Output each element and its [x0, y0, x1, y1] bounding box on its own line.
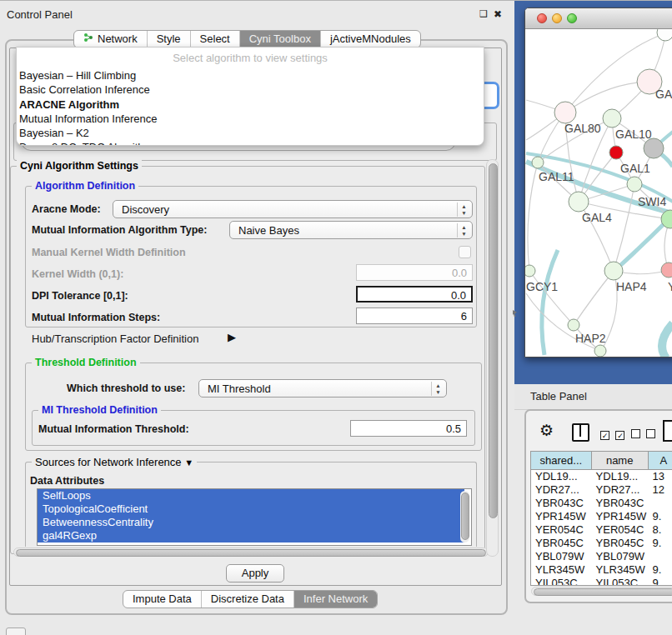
bottom-tab-impute-data[interactable]: Impute Data [123, 591, 202, 608]
expand-arrow-icon[interactable]: ▶ [228, 331, 236, 343]
spinner-arrows-icon[interactable]: ▲▼ [431, 382, 444, 396]
tab-style[interactable]: Style [148, 31, 191, 48]
float-panel-icon[interactable]: ❑ [479, 8, 488, 19]
algorithm-option[interactable]: Dream8 DC_TDC Algorithm [18, 140, 484, 146]
node-label: SWI4 [638, 195, 666, 208]
settings-h-scrollbar[interactable] [13, 548, 489, 557]
network-node-gal4[interactable] [569, 192, 589, 212]
data-attributes-list[interactable]: SelfLoopsTopologicalCoefficientBetweenne… [37, 488, 472, 546]
mi-type-combo[interactable]: Naive Bayes ▲▼ [229, 221, 473, 239]
gear-icon[interactable]: ⚙ [539, 421, 554, 440]
manual-kernel-checkbox[interactable] [459, 246, 471, 258]
attribute-table: shared...nameA YDL19...YDL19...13YDR27..… [530, 451, 672, 586]
node-label: GAL80 [564, 122, 601, 135]
mi-type-label: Mutual Information Algorithm Type: [32, 224, 207, 236]
close-traffic-light-icon[interactable] [537, 13, 547, 23]
mi-steps-field[interactable]: 6 [356, 308, 473, 324]
data-attribute-item[interactable]: BetweennessCentrality [38, 516, 464, 529]
dropdown-items: Bayesian – Hill ClimbingBasic Correlatio… [17, 68, 484, 146]
column-header-A[interactable]: A [649, 452, 672, 470]
table-row[interactable]: YER054CYER054C8. [531, 523, 672, 537]
network-node[interactable] [594, 345, 606, 357]
network-node[interactable] [644, 138, 664, 158]
network-window-titlebar[interactable] [525, 8, 672, 29]
mi-threshold-field[interactable]: 0.5 [350, 420, 467, 437]
network-view-window: GALGAL80GAL10GAL11GAL1SWI4GAL4GCY1HAP4YH… [524, 8, 672, 358]
table-row[interactable]: YPR145WYPR145W9. [531, 510, 672, 523]
network-graph[interactable]: GALGAL80GAL10GAL11GAL1SWI4GAL4GCY1HAP4YH… [525, 29, 672, 357]
network-node-gal11[interactable] [532, 157, 544, 168]
network-node[interactable] [657, 29, 672, 41]
table-row[interactable]: YLR345WYLR345W9. [531, 563, 672, 577]
algorithm-definition-title: Algorithm Definition [32, 180, 138, 192]
network-node-gcy1[interactable] [525, 265, 535, 277]
network-node[interactable] [609, 146, 623, 159]
network-node-gal10[interactable] [603, 109, 621, 128]
algorithm-option[interactable]: ARACNE Algorithm [18, 98, 484, 112]
network-node-gal80[interactable] [554, 102, 576, 123]
bottom-tabs: Impute DataDiscretize DataInfer Network [123, 590, 378, 608]
node-label: GAL [655, 88, 672, 101]
algorithm-option[interactable]: Basic Correlation Inference [18, 82, 484, 97]
which-threshold-combo[interactable]: MI Threshold ▲▼ [198, 379, 447, 398]
aracne-mode-combo[interactable]: Discovery ▲▼ [113, 200, 473, 218]
network-node-gal1[interactable] [627, 177, 642, 192]
aracne-mode-label: Aracne Mode: [32, 203, 101, 215]
unchecked-boxes-icon[interactable] [631, 427, 655, 442]
checked-boxes-icon[interactable]: ✓ ✓ [600, 427, 624, 442]
tab-cyni-toolbox[interactable]: Cyni Toolbox [240, 31, 321, 48]
kernel-width-field[interactable]: 0.0 [356, 264, 473, 281]
spinner-arrows-icon[interactable]: ▲▼ [457, 223, 470, 238]
network-node-y[interactable] [661, 262, 672, 278]
settings-v-scrollbar[interactable] [486, 159, 499, 557]
zoom-traffic-light-icon[interactable] [567, 13, 577, 23]
network-edge[interactable] [574, 271, 614, 325]
hub-section-label[interactable]: Hub/Transcription Factor Definition [32, 332, 198, 345]
table-row[interactable]: YDL19...YDL19...13 [531, 470, 672, 483]
screen: Control Panel ❑ ✖ NetworkStyleSelectCyni… [0, 0, 672, 635]
bottom-tab-infer-network[interactable]: Infer Network [294, 591, 377, 608]
network-node-hap2[interactable] [568, 319, 579, 331]
table-row[interactable]: YBL079WYBL079W [531, 550, 672, 563]
node-label: HAP2 [575, 332, 606, 345]
close-panel-icon[interactable]: ✖ [494, 8, 502, 20]
data-attribute-item[interactable]: gal4RGexp [38, 529, 464, 542]
network-edge[interactable] [529, 271, 574, 325]
table-row[interactable]: YBR043CYBR043C [531, 497, 672, 510]
bottom-left-partial-button[interactable] [6, 628, 26, 635]
network-edge[interactable] [542, 250, 558, 355]
sources-group-title[interactable]: Sources for Network Inference ▼ [32, 456, 197, 468]
algorithm-option[interactable]: Bayesian – Hill Climbing [18, 68, 484, 82]
column-header-shared...[interactable]: shared... [531, 452, 592, 470]
column-header-name[interactable]: name [592, 452, 649, 470]
apply-button[interactable]: Apply [226, 564, 284, 582]
bottom-tab-discretize-data[interactable]: Discretize Data [202, 591, 294, 608]
spinner-arrows-icon[interactable]: ▲▼ [457, 202, 470, 217]
columns-icon[interactable] [572, 423, 589, 442]
tab-jactivemnodules[interactable]: jActiveMNodules [321, 31, 420, 48]
table-row[interactable]: YDR27...YDR27...12 [531, 483, 672, 497]
tab-select[interactable]: Select [191, 31, 240, 48]
table-row[interactable]: YBR045CYBR045C9. [531, 537, 672, 550]
network-edge[interactable] [528, 162, 538, 271]
data-attribute-item[interactable]: TopologicalCoefficient [38, 502, 464, 516]
table-row[interactable]: YIL053CYIL053C9 [531, 577, 672, 586]
node-label: Y [668, 280, 672, 293]
algorithm-dropdown: Select algorithm to view settings Bayesi… [16, 47, 484, 146]
table-panel-title: Table Panel [530, 390, 587, 402]
collapse-arrow-icon[interactable]: ▼ [184, 458, 193, 468]
file-icon[interactable] [663, 420, 672, 442]
dpi-tolerance-label: DPI Tolerance [0,1]: [32, 290, 128, 302]
tab-network[interactable]: Network [74, 31, 148, 48]
table-h-scrollbar[interactable] [531, 587, 672, 596]
algorithm-option[interactable]: Mutual Information Inference [18, 112, 484, 126]
data-attribute-item[interactable]: SelfLoops [38, 489, 464, 502]
network-edge[interactable] [662, 323, 672, 357]
network-node-hap4[interactable] [604, 262, 623, 280]
dpi-tolerance-field[interactable]: 0.0 [356, 286, 473, 302]
algorithm-option[interactable]: Bayesian – K2 [18, 126, 484, 140]
network-edge[interactable] [616, 219, 669, 269]
attributes-scrollbar[interactable] [460, 491, 469, 542]
mi-threshold-group-title: MI Threshold Definition [38, 404, 161, 416]
minimize-traffic-light-icon[interactable] [552, 13, 562, 23]
